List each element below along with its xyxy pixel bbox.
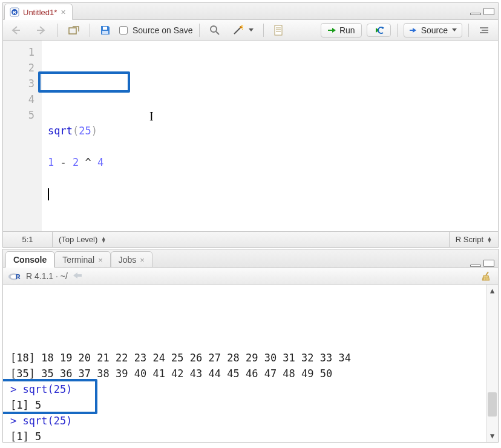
line-number: 5 [3, 107, 34, 123]
show-in-new-window-button[interactable] [64, 24, 84, 37]
console-session-label: R 4.1.1 · ~/ [26, 271, 68, 281]
updown-icon: ▲▼ [101, 237, 106, 243]
console-line: > sqrt(25) [10, 413, 486, 429]
source-editor-pane: R Untitled1* × Source on Save [2, 2, 499, 248]
svg-rect-9 [275, 25, 282, 35]
code-editor[interactable]: 12345 I sqrt(25) 1 - 2 ^ 4 [3, 41, 498, 231]
view-wd-icon[interactable] [73, 271, 82, 281]
clear-console-button[interactable] [480, 271, 493, 282]
editor-tabbar: R Untitled1* × [3, 3, 498, 20]
code-line[interactable] [48, 139, 498, 154]
rscript-file-icon: R [10, 7, 19, 17]
code-tools-button[interactable] [229, 23, 257, 38]
save-button[interactable] [96, 23, 114, 38]
code-line[interactable] [48, 170, 498, 186]
console-line: [35] 35 36 37 38 39 40 41 42 43 44 45 46… [10, 366, 486, 381]
text-caret [48, 188, 49, 200]
editor-toolbar: Source on Save Run Source [3, 20, 498, 41]
run-button[interactable]: Run [321, 23, 362, 38]
console-text[interactable]: [18] 18 19 20 21 22 23 24 25 26 27 28 29… [3, 285, 486, 442]
pane-window-controls [470, 8, 498, 15]
maximize-pane-button[interactable] [483, 260, 494, 267]
console-line: [1] 5 [10, 397, 486, 413]
editor-tab-untitled1[interactable]: R Untitled1* × [4, 4, 73, 20]
svg-text:R: R [16, 273, 21, 280]
outline-button[interactable] [475, 24, 493, 36]
text-cursor-icon: I [149, 108, 154, 124]
scroll-up-icon[interactable]: ▲ [486, 285, 499, 297]
minimize-pane-button[interactable] [470, 13, 481, 15]
pane-window-controls [470, 260, 498, 267]
tab-jobs[interactable]: Jobs × [111, 251, 152, 268]
console-scrollbar[interactable]: ▲ ▼ [486, 285, 498, 442]
svg-rect-5 [102, 31, 108, 34]
line-number-gutter: 12345 [3, 41, 42, 231]
svg-rect-3 [69, 28, 76, 34]
console-pane: Console Terminal × Jobs × R R 4.1.1 · ~/ [2, 249, 499, 443]
code-line[interactable]: sqrt(25) [48, 123, 498, 139]
scope-selector[interactable]: (Top Level) ▲▼ [53, 235, 112, 244]
svg-rect-4 [103, 27, 107, 30]
cursor-position: 5:1 [3, 232, 53, 247]
code-area[interactable]: I sqrt(25) 1 - 2 ^ 4 [42, 41, 498, 231]
rerun-button[interactable] [367, 24, 391, 37]
chevron-down-icon [452, 28, 457, 31]
source-on-save-checkbox[interactable] [119, 26, 128, 35]
console-line: > sqrt(25) [10, 381, 486, 397]
editor-statusbar: 5:1 (Top Level) ▲▼ R Script ▲▼ [3, 231, 498, 247]
tab-console[interactable]: Console [5, 251, 54, 268]
code-line[interactable]: 1 - 2 ^ 4 [48, 154, 498, 170]
maximize-pane-button[interactable] [483, 8, 494, 15]
scroll-down-icon[interactable]: ▼ [486, 430, 499, 442]
line-number: 2 [3, 60, 34, 76]
svg-text:R: R [13, 10, 16, 15]
scrollbar-track[interactable] [486, 297, 498, 430]
console-line: [18] 18 19 20 21 22 23 24 25 26 27 28 29… [10, 350, 486, 366]
line-number: 3 [3, 76, 34, 91]
updown-icon: ▲▼ [487, 237, 492, 243]
editor-tab-title: Untitled1* [23, 8, 57, 17]
nav-forward-button[interactable] [32, 24, 51, 37]
source-on-save-label: Source on Save [133, 25, 193, 35]
chevron-down-icon [249, 28, 254, 31]
line-number: 1 [3, 44, 34, 60]
close-icon[interactable]: × [98, 255, 103, 265]
find-button[interactable] [206, 23, 224, 38]
console-subheader: R R 4.1.1 · ~/ [3, 268, 498, 285]
r-logo-icon: R [8, 271, 21, 281]
minimize-pane-button[interactable] [470, 265, 481, 267]
highlight-annotation [38, 71, 130, 93]
console-line: [1] 5 [10, 429, 486, 442]
tab-terminal[interactable]: Terminal × [54, 251, 111, 268]
scrollbar-thumb[interactable] [488, 392, 497, 417]
svg-line-7 [216, 31, 219, 35]
svg-point-6 [211, 26, 217, 32]
close-icon[interactable]: × [61, 7, 65, 17]
source-button[interactable]: Source [404, 23, 462, 38]
compile-report-button[interactable] [270, 23, 287, 38]
language-selector[interactable]: R Script ▲▼ [449, 232, 498, 247]
close-icon[interactable]: × [140, 255, 145, 265]
console-tabbar: Console Terminal × Jobs × [3, 249, 498, 268]
console-output[interactable]: [18] 18 19 20 21 22 23 24 25 26 27 28 29… [3, 285, 498, 442]
nav-back-button[interactable] [8, 24, 27, 37]
code-line[interactable] [48, 186, 498, 202]
line-number: 4 [3, 91, 34, 107]
